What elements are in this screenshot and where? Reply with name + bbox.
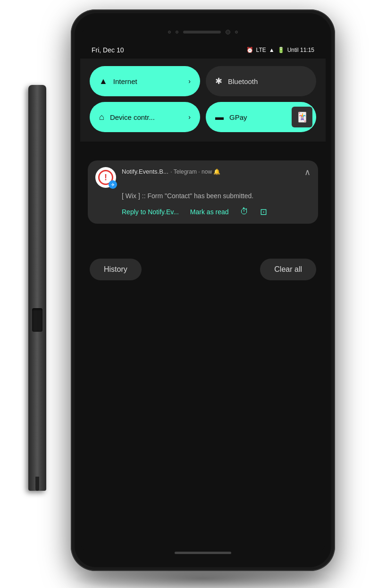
notification-actions: Reply to Notify.Ev... Mark as read ⏱ ⊡ xyxy=(122,207,311,217)
bluetooth-label: Bluetooth xyxy=(228,77,258,85)
reply-button[interactable]: Reply to Notify.Ev... xyxy=(122,208,179,216)
mark-as-read-button[interactable]: Mark as read xyxy=(190,208,229,216)
phone-screen: Fri, Dec 10 ⏰ LTE ▲ 🔋 Until 11:15 ▲ Inte… xyxy=(80,23,326,558)
battery-label: Until 11:15 xyxy=(287,47,314,53)
telegram-badge-icon: ✈ xyxy=(109,180,117,189)
bluetooth-icon: ✱ xyxy=(215,76,222,86)
history-button[interactable]: History xyxy=(90,259,142,280)
lte-icon: LTE xyxy=(256,47,266,53)
internet-tile[interactable]: ▲ Internet › xyxy=(90,66,200,96)
internet-icon: ▲ xyxy=(99,76,108,86)
clear-all-button[interactable]: Clear all xyxy=(260,259,316,280)
stylus xyxy=(28,85,46,491)
notification-title-area: Notify.Events.B... · Telegram · now 🔔 xyxy=(122,167,299,176)
notification-card: ! ✈ Notify.Events.B... · Telegram · now … xyxy=(88,160,318,224)
signal-icon: ▲ xyxy=(269,47,275,53)
home-indicator xyxy=(175,552,231,554)
device-controls-icon: ⌂ xyxy=(99,112,104,122)
gpay-card-image: 🃏 xyxy=(292,107,312,127)
camera-main xyxy=(226,30,230,34)
snooze-icon[interactable]: ⏱ xyxy=(240,207,249,217)
bluetooth-tile[interactable]: ✱ Bluetooth xyxy=(206,66,316,96)
camera-dot-left xyxy=(168,31,171,34)
gpay-label: GPay xyxy=(229,113,247,121)
camera-dot-2 xyxy=(176,31,178,34)
notification-app-name: Notify.Events.B... xyxy=(122,168,168,175)
gpay-tile[interactable]: ▬ GPay 🃏 xyxy=(206,102,316,132)
notification-area: ! ✈ Notify.Events.B... · Telegram · now … xyxy=(80,160,326,224)
alarm-icon: ⏰ xyxy=(246,47,253,53)
scene: Fri, Dec 10 ⏰ LTE ▲ 🔋 Until 11:15 ▲ Inte… xyxy=(0,0,378,588)
battery-icon: 🔋 xyxy=(277,47,285,53)
notification-meta: · Telegram · now 🔔 xyxy=(170,168,220,175)
quick-settings-panel: ▲ Internet › ✱ Bluetooth ⌂ Device contr.… xyxy=(80,59,326,142)
device-controls-chevron: › xyxy=(188,113,191,121)
notification-app-icon: ! ✈ xyxy=(95,167,116,188)
phone-inner: Fri, Dec 10 ⏰ LTE ▲ 🔋 Until 11:15 ▲ Inte… xyxy=(75,13,331,567)
notification-header: ! ✈ Notify.Events.B... · Telegram · now … xyxy=(95,167,311,188)
top-bar xyxy=(80,23,326,42)
gpay-card-icon: ▬ xyxy=(215,112,224,122)
internet-chevron: › xyxy=(188,77,191,85)
device-controls-label: Device contr... xyxy=(110,113,155,121)
stylus-button xyxy=(32,308,42,332)
expand-icon[interactable]: ⊡ xyxy=(260,207,267,217)
status-date: Fri, Dec 10 xyxy=(92,46,124,54)
camera-dot-right xyxy=(235,31,238,34)
device-controls-tile[interactable]: ⌂ Device contr... › xyxy=(90,102,200,132)
speaker-slot xyxy=(183,31,221,34)
internet-label: Internet xyxy=(113,77,137,85)
status-bar: Fri, Dec 10 ⏰ LTE ▲ 🔋 Until 11:15 xyxy=(80,42,326,59)
notification-app-row: Notify.Events.B... · Telegram · now 🔔 xyxy=(122,167,299,176)
notification-expand-icon[interactable]: ∧ xyxy=(304,167,311,177)
status-icons: ⏰ LTE ▲ 🔋 Until 11:15 xyxy=(246,47,314,53)
phone-body: Fri, Dec 10 ⏰ LTE ▲ 🔋 Until 11:15 ▲ Inte… xyxy=(71,9,335,571)
notification-message: [ Wix ] :: Form "Contact" has been submi… xyxy=(122,192,311,201)
bottom-buttons-area: History Clear all xyxy=(80,259,326,280)
